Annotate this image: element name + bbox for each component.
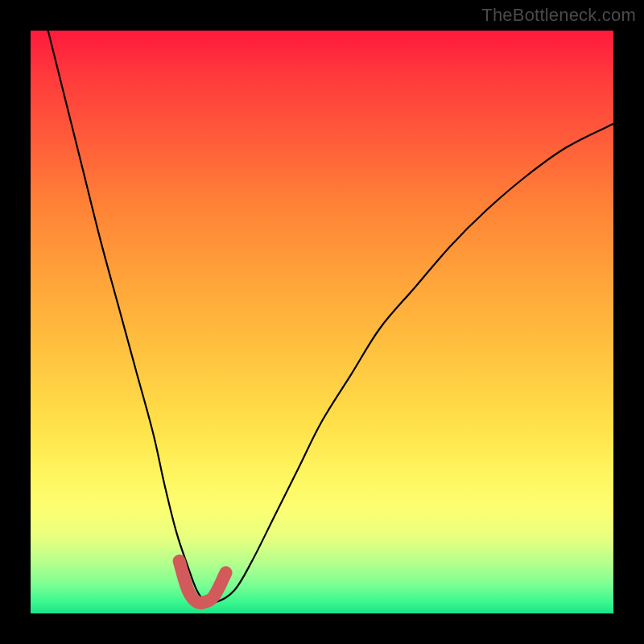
- chart-frame: TheBottleneck.com: [0, 0, 644, 644]
- watermark-text: TheBottleneck.com: [481, 5, 636, 26]
- valley-highlight: [180, 561, 226, 603]
- bottleneck-curve: [48, 31, 613, 603]
- curve-svg: [31, 31, 613, 613]
- plot-area: [31, 31, 613, 613]
